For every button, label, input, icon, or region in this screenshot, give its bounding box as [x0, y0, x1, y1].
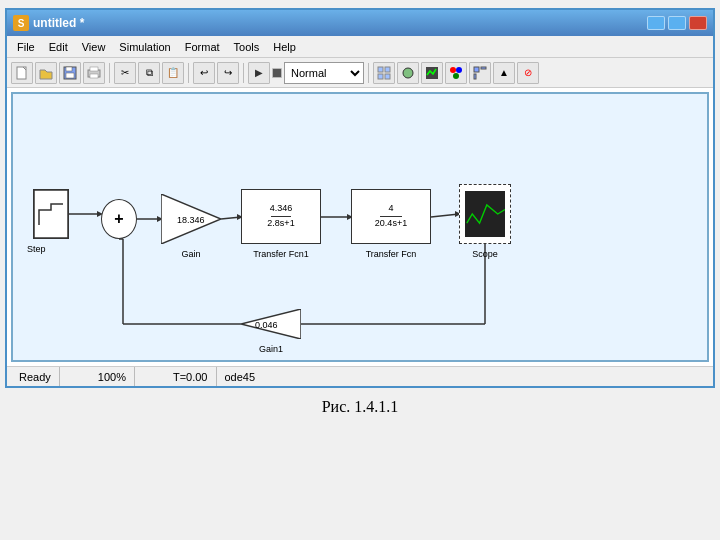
svg-rect-10 — [385, 74, 390, 79]
maximize-button[interactable] — [668, 16, 686, 30]
block-tf2[interactable]: 4 20.4s+1 — [351, 189, 431, 244]
svg-rect-3 — [66, 73, 74, 78]
menu-format[interactable]: Format — [179, 39, 226, 55]
tf2-denominator: 20.4s+1 — [375, 218, 407, 230]
svg-point-15 — [453, 73, 459, 79]
canvas-area: Step + 18.346 Gain 4.346 2.8s+1 Transfer… — [11, 92, 709, 362]
svg-text:0.046: 0.046 — [255, 320, 278, 330]
stop-button[interactable] — [272, 68, 282, 78]
block-tf1[interactable]: 4.346 2.8s+1 — [241, 189, 321, 244]
simulation-mode-dropdown[interactable]: Normal — [284, 62, 364, 84]
status-bar: Ready 100% T=0.00 ode45 — [7, 366, 713, 386]
cut-button[interactable]: ✂ — [114, 62, 136, 84]
svg-text:18.346: 18.346 — [177, 215, 205, 225]
caption: Рис. 1.4.1.1 — [0, 388, 720, 422]
block-step[interactable] — [33, 189, 69, 239]
svg-rect-9 — [378, 74, 383, 79]
svg-point-14 — [456, 67, 462, 73]
close-button[interactable] — [689, 16, 707, 30]
menu-tools[interactable]: Tools — [228, 39, 266, 55]
svg-rect-5 — [90, 67, 98, 71]
stop-red-button[interactable]: ⊘ — [517, 62, 539, 84]
tf2-fraction: 4 20.4s+1 — [375, 203, 407, 229]
separator2 — [188, 63, 189, 83]
menu-file[interactable]: File — [11, 39, 41, 55]
block-gain-label: Gain — [161, 249, 221, 259]
window-icon: S — [13, 15, 29, 31]
open-button[interactable] — [35, 62, 57, 84]
save-button[interactable] — [59, 62, 81, 84]
menu-simulation[interactable]: Simulation — [113, 39, 176, 55]
status-time: T=0.00 — [165, 367, 217, 386]
menu-view[interactable]: View — [76, 39, 112, 55]
svg-line-23 — [431, 214, 459, 217]
title-text: untitled * — [33, 16, 84, 30]
svg-rect-2 — [66, 67, 72, 71]
color-button[interactable] — [445, 62, 467, 84]
separator4 — [368, 63, 369, 83]
tf2-numerator: 4 — [388, 203, 393, 215]
toolbar: ✂ ⧉ 📋 ↩ ↪ ▶ Normal ▲ ⊘ — [7, 58, 713, 88]
block-step-label: Step — [27, 244, 46, 254]
block-scope-label: Scope — [459, 249, 511, 259]
window-controls — [647, 16, 707, 30]
block-gain1[interactable]: 0.046 — [241, 309, 301, 339]
tf1-numerator: 4.346 — [270, 203, 293, 215]
redo-button[interactable]: ↪ — [217, 62, 239, 84]
new-button[interactable] — [11, 62, 33, 84]
menu-bar: File Edit View Simulation Format Tools H… — [7, 36, 713, 58]
svg-rect-18 — [474, 74, 476, 79]
svg-rect-16 — [474, 67, 479, 72]
library-button[interactable] — [373, 62, 395, 84]
svg-rect-8 — [385, 67, 390, 72]
menu-edit[interactable]: Edit — [43, 39, 74, 55]
status-ready: Ready — [11, 367, 60, 386]
block-tf2-label: Transfer Fcn — [348, 249, 434, 259]
matrix-button[interactable] — [469, 62, 491, 84]
svg-rect-17 — [481, 67, 486, 69]
play-button[interactable]: ▶ — [248, 62, 270, 84]
title-bar: S untitled * — [7, 10, 713, 36]
svg-point-11 — [403, 68, 413, 78]
menu-help[interactable]: Help — [267, 39, 302, 55]
undo-button[interactable]: ↩ — [193, 62, 215, 84]
block-sum[interactable]: + — [101, 199, 137, 239]
minimize-button[interactable] — [647, 16, 665, 30]
separator3 — [243, 63, 244, 83]
copy-button[interactable]: ⧉ — [138, 62, 160, 84]
sum-symbol: + — [114, 210, 123, 228]
simulink-window: S untitled * File Edit View Simulation F… — [5, 8, 715, 388]
status-solver: ode45 — [217, 367, 264, 386]
print-button[interactable] — [83, 62, 105, 84]
svg-rect-6 — [90, 74, 98, 78]
block-scope[interactable] — [459, 184, 511, 244]
block-gain1-label: Gain1 — [241, 344, 301, 354]
status-zoom: 100% — [90, 367, 135, 386]
separator1 — [109, 63, 110, 83]
paste-button[interactable]: 📋 — [162, 62, 184, 84]
svg-line-21 — [221, 217, 241, 219]
up-button[interactable]: ▲ — [493, 62, 515, 84]
scope-button[interactable] — [421, 62, 443, 84]
svg-rect-7 — [378, 67, 383, 72]
scope-inner — [465, 191, 505, 237]
block-gain[interactable]: 18.346 — [161, 194, 221, 244]
debug-button[interactable] — [397, 62, 419, 84]
svg-point-13 — [450, 67, 456, 73]
block-tf1-label: Transfer Fcn1 — [238, 249, 324, 259]
tf1-fraction: 4.346 2.8s+1 — [267, 203, 294, 229]
tf1-denominator: 2.8s+1 — [267, 218, 294, 230]
